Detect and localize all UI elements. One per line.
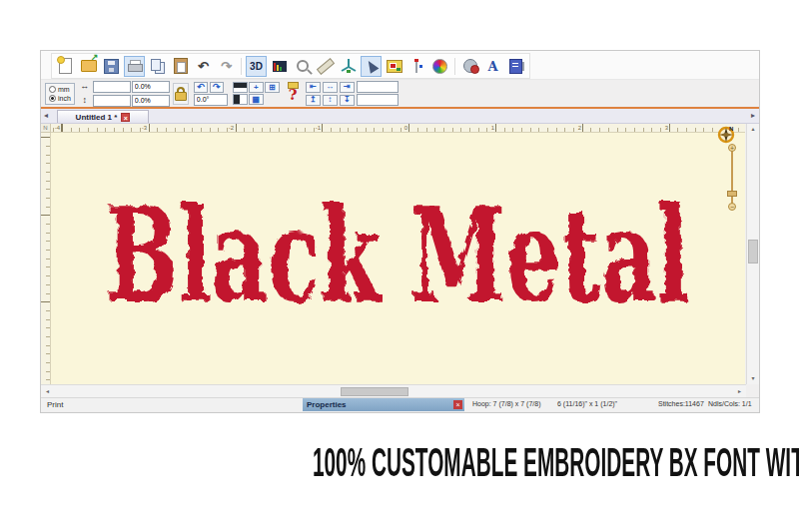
align-middle-button[interactable]: ↕: [323, 95, 338, 106]
tab-scroll-right-button[interactable]: ▸: [751, 112, 755, 120]
embroidery-app-window: ↗ ↶ ↷ 3D A: [40, 50, 760, 413]
horizontal-scrollbar[interactable]: ◂ ▸: [41, 384, 746, 397]
scroll-up-button[interactable]: ▴: [747, 124, 759, 135]
align-bottom-button[interactable]: ↧: [340, 95, 355, 106]
height-input[interactable]: [93, 95, 131, 107]
ruler-origin-corner: N: [41, 124, 51, 133]
align-left-button[interactable]: ⇤: [306, 82, 321, 93]
copy-button[interactable]: [147, 56, 168, 77]
radio-selected-icon: [49, 95, 56, 102]
align-top-button[interactable]: ↥: [306, 95, 321, 106]
flip-horizontal-button[interactable]: [233, 94, 248, 105]
vertical-scrollbar[interactable]: ▴ ▾: [746, 124, 759, 384]
color-wheel-button[interactable]: [429, 56, 450, 77]
new-document-icon: [59, 58, 72, 74]
flip-vertical-button[interactable]: [233, 82, 248, 93]
tab-untitled-1[interactable]: Untitled 1 * ×: [57, 110, 149, 123]
tab-close-button[interactable]: ×: [121, 113, 130, 122]
main-toolbar-strip: ↗ ↶ ↷ 3D A: [51, 53, 530, 79]
align-top-icon: ↥: [310, 96, 317, 104]
cursor-icon: [364, 58, 379, 73]
height-arrow-icon: ↕: [80, 96, 90, 105]
ruler-label: 1: [491, 124, 494, 132]
zoom-out-button[interactable]: −: [728, 203, 736, 211]
save-button[interactable]: [101, 56, 122, 77]
properties-panel-tab[interactable]: Properties ×: [303, 398, 464, 411]
page: ↗ ↶ ↷ 3D A: [0, 0, 799, 532]
ruler-label: 0: [404, 124, 407, 132]
stitch-chart-button[interactable]: [269, 56, 290, 77]
compass-icon[interactable]: N: [716, 125, 736, 145]
realistic-view-button[interactable]: [338, 56, 359, 77]
fit-hoop-button[interactable]: ⊞: [265, 82, 280, 93]
properties-label: Properties: [307, 400, 347, 409]
paste-button[interactable]: [170, 56, 191, 77]
scroll-right-button[interactable]: ▸: [734, 386, 745, 397]
center-design-button[interactable]: +: [249, 82, 264, 93]
bx-font-button[interactable]: [505, 56, 526, 77]
rotate-right-button[interactable]: ↷: [210, 82, 224, 93]
new-document-button[interactable]: [55, 56, 76, 77]
expand-icon: ⊞: [269, 84, 276, 92]
document-tab-bar: ◂ Untitled 1 * × ▸: [41, 109, 759, 124]
scroll-left-button[interactable]: ◂: [42, 386, 53, 397]
ruler-label: -3: [142, 124, 147, 132]
position-y-input[interactable]: [357, 94, 399, 106]
stitch-editor-button[interactable]: [406, 56, 427, 77]
vertical-scroll-thumb[interactable]: [748, 240, 758, 264]
open-file-button[interactable]: ↗: [78, 56, 99, 77]
properties-close-button[interactable]: ×: [453, 400, 462, 409]
toolbar-separator: [241, 58, 242, 75]
unit-inch-radio[interactable]: inch: [49, 95, 71, 102]
align-bottom-icon: ↧: [344, 96, 351, 104]
design-svg: Black Metal: [51, 133, 745, 384]
align-middle-icon: ↕: [328, 96, 332, 104]
rotate-left-button[interactable]: ↶: [194, 82, 208, 93]
rotate-right-icon: ↷: [213, 82, 221, 92]
align-center-h-button[interactable]: ↔: [323, 82, 338, 93]
alignment-controls: ⇤ ↔ ⇥ ↥ ↕ ↧: [306, 81, 397, 106]
horizontal-ruler: -4 -3 -2 -1 0 1 2 3: [51, 124, 745, 133]
scroll-down-button[interactable]: ▾: [747, 373, 759, 384]
transform-controls: + ⊞ ▦: [233, 82, 280, 105]
zoom-slider-handle[interactable]: [727, 191, 737, 197]
print-icon: [128, 60, 142, 73]
design-notes-button[interactable]: ?: [285, 82, 301, 105]
measure-button[interactable]: [315, 56, 336, 77]
width-input[interactable]: [93, 81, 131, 93]
height-percent-input[interactable]: [132, 95, 170, 107]
design-text-object[interactable]: Black Metal: [106, 179, 690, 331]
align-center-h-icon: ↔: [326, 83, 334, 91]
ruler-label: -2: [229, 124, 234, 132]
width-percent-input[interactable]: [132, 81, 170, 93]
horizontal-scroll-thumb[interactable]: [341, 387, 408, 396]
rotate-left-icon: ↶: [197, 82, 205, 92]
design-web-button[interactable]: [459, 56, 480, 77]
align-right-icon: ⇥: [344, 83, 351, 91]
ruler-icon: [316, 58, 334, 75]
redo-icon: ↷: [221, 60, 232, 73]
angle-input[interactable]: [194, 94, 228, 106]
aspect-lock-button[interactable]: [173, 83, 189, 105]
width-arrow-icon: ↔: [80, 82, 90, 91]
status-bar: Print Properties × Hoop: 7 (7/8) x 7 (7/…: [41, 397, 759, 411]
position-x-input[interactable]: [357, 81, 399, 93]
design-canvas[interactable]: Black Metal N + −: [51, 133, 745, 384]
undo-icon: ↶: [198, 60, 209, 73]
lettering-button[interactable]: A: [482, 56, 503, 77]
zoom-button[interactable]: [292, 56, 313, 77]
tab-scroll-left-button[interactable]: ◂: [44, 112, 48, 120]
unit-mm-radio[interactable]: mm: [49, 86, 71, 93]
color-palette-button[interactable]: [384, 56, 404, 77]
grid-button[interactable]: ▦: [249, 94, 264, 105]
view-3d-button[interactable]: 3D: [246, 56, 267, 77]
print-button[interactable]: [124, 56, 145, 77]
palette-icon: [387, 60, 402, 73]
align-right-button[interactable]: ⇥: [340, 82, 355, 93]
stitch-chart-icon: [273, 61, 287, 72]
zoom-in-button[interactable]: +: [728, 144, 736, 152]
undo-button[interactable]: ↶: [193, 56, 214, 77]
toolbar-separator: [454, 58, 455, 75]
select-tool-button[interactable]: [361, 56, 382, 77]
redo-button[interactable]: ↷: [216, 56, 237, 77]
